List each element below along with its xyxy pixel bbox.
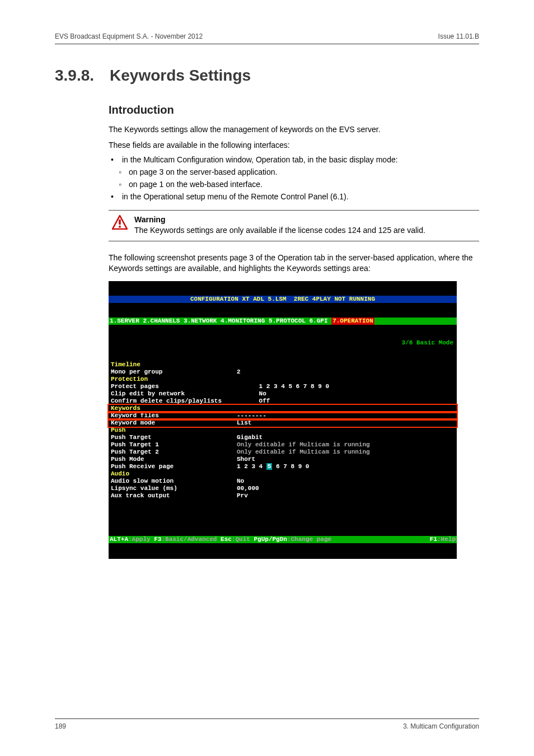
- bullet-server-app: on page 3 on the server-based applicatio…: [129, 167, 479, 176]
- terminal-row: Mono per group2: [109, 368, 457, 376]
- terminal-title: CONFIGURATION XT ADL 5.LSM 2REC 4PLAY NO…: [109, 296, 457, 303]
- terminal-section-head: Keywords: [109, 405, 457, 412]
- terminal-hotkey-label: :Help: [437, 536, 456, 543]
- terminal-bottom-bar: ALT+A:Apply F3:Basic/Advanced Esc:Quit P…: [109, 536, 457, 543]
- footer-chapter: 3. Multicam Configuration: [403, 722, 479, 730]
- intro-p2: These fields are available in the follow…: [109, 140, 479, 151]
- terminal-tab: 6.GPI: [310, 318, 332, 325]
- followup-para: The following screenshot presents page 3…: [109, 253, 479, 274]
- terminal-mode: 3/6 Basic Mode: [109, 339, 457, 347]
- terminal-blank: [109, 514, 457, 521]
- terminal-row: Aux track outputPrv: [109, 492, 457, 500]
- bullet-remote-panel: in the Operational setup menu of the Rem…: [120, 192, 479, 201]
- warning-box: Warning The Keywords settings are only a…: [109, 210, 479, 241]
- terminal-row: Protect pages 1 2 3 4 5 6 7 8 9 0: [109, 383, 457, 390]
- svg-rect-1: [119, 220, 120, 225]
- warning-icon: [112, 215, 128, 230]
- terminal-row: Keyword files--------: [109, 412, 457, 419]
- terminal-tab: 7.OPERATION: [331, 318, 374, 325]
- terminal-tab: 2.CHANNELS: [143, 318, 184, 325]
- terminal-row: Push Target 1Only editable if Multicam i…: [109, 441, 457, 449]
- bullet-multicam: in the Multicam Configuration window, Op…: [120, 155, 479, 164]
- terminal-hotkey: PgUp/PgDn: [254, 536, 287, 543]
- terminal-section-head: Push: [109, 427, 457, 434]
- terminal-row: Audio slow motionNo: [109, 478, 457, 485]
- terminal-hotkey-label: :Basic/Advanced: [161, 536, 221, 543]
- section-number: 3.9.8.: [55, 67, 94, 85]
- header-left: EVS Broadcast Equipment S.A. - November …: [55, 32, 203, 40]
- terminal-tabs: 1.SERVER 2.CHANNELS 3.NETWORK 4.MONITORI…: [109, 318, 457, 325]
- terminal-row: Keyword modeList: [109, 419, 457, 427]
- terminal-hotkey: ALT+A: [110, 536, 128, 543]
- svg-rect-2: [119, 226, 120, 227]
- terminal-section-head: Protection: [109, 376, 457, 383]
- terminal-section-head: Timeline: [109, 361, 457, 368]
- terminal-row: Clip edit by network No: [109, 390, 457, 398]
- terminal-row: Push ModeShort: [109, 456, 457, 463]
- intro-p1: The Keywords settings allow the manageme…: [109, 124, 479, 136]
- bullet-web-interface: on page 1 on the web-based interface.: [129, 180, 479, 189]
- terminal-hotkey: Esc: [221, 536, 232, 543]
- terminal-tab: 5.PROTOCOL: [269, 318, 310, 325]
- terminal-tab: 4.MONITORING: [221, 318, 269, 325]
- terminal-tab: 1.SERVER: [110, 318, 143, 325]
- footer-page-number: 189: [55, 722, 66, 730]
- terminal-row: Confirm delete clips/playlists Off: [109, 398, 457, 405]
- terminal-row: Push Target 2Only editable if Multicam i…: [109, 449, 457, 456]
- terminal-row: Lipsync value (ms)00,000: [109, 485, 457, 492]
- terminal-row: Push TargetGigabit: [109, 434, 457, 441]
- header-right: Issue 11.01.B: [438, 32, 479, 40]
- terminal-hotkey: F3: [154, 536, 161, 543]
- intro-heading: Introduction: [109, 104, 479, 116]
- terminal-tab: 3.NETWORK: [184, 318, 221, 325]
- terminal-section-head: Audio: [109, 470, 457, 478]
- terminal-screenshot: CONFIGURATION XT ADL 5.LSM 2REC 4PLAY NO…: [109, 281, 457, 559]
- terminal-hotkey: F1: [430, 536, 437, 543]
- section-title: Keywords Settings: [110, 67, 251, 85]
- header-rule: [55, 44, 479, 44]
- warning-title: Warning: [134, 215, 425, 224]
- warning-text: The Keywords settings are only available…: [134, 225, 425, 236]
- terminal-hotkey-label: :Apply: [128, 536, 154, 543]
- terminal-hotkey-label: :Quit: [232, 536, 254, 543]
- terminal-hotkey-label: :Change page: [287, 536, 331, 543]
- terminal-row: Push Receive page1 2 3 4 5 6 7 8 9 0: [109, 463, 457, 470]
